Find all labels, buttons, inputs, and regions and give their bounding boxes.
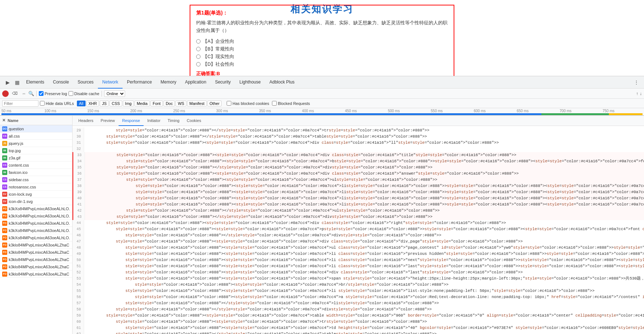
line-content: style=style="color:#c41a16">"color:#888"…: [84, 313, 644, 319]
file-list-item[interactable]: FOk3kXo84MPvpLmixcA63oeALhLO.: [0, 220, 72, 227]
tab-elements[interactable]: Elements: [22, 76, 49, 89]
line-content: style=style="color:#c41a16">"color:#888"…: [84, 232, 441, 239]
filter-icon[interactable]: ⎓: [21, 90, 27, 97]
search-icon[interactable]: 🔍: [28, 91, 34, 96]
file-name: k3klo84MPvpLmixcA63oeALZhaC: [9, 272, 69, 276]
filter-type-doc[interactable]: Doc: [164, 101, 175, 106]
sub-tab-cookies[interactable]: Cookies: [183, 116, 205, 126]
file-type-icon: CS: [2, 163, 7, 168]
sub-tab-initiator[interactable]: Initiator: [144, 116, 164, 126]
blocked-requests-label[interactable]: Blocked Requests: [272, 101, 310, 106]
file-list-item[interactable]: FOk3kXo84MPvpLmixcA63oeALhLO.: [0, 212, 72, 220]
sub-tab-headers[interactable]: Headers: [75, 116, 97, 126]
tab-lighthouse[interactable]: Lighthouse: [235, 76, 265, 89]
tab-adblock-plus[interactable]: Adblock Plus: [265, 76, 299, 89]
filter-type-font[interactable]: Font: [150, 101, 163, 106]
file-list-item[interactable]: CScontent.css: [0, 162, 72, 169]
code-line: 51 style=style="color:#c41a16">"color:#8…: [73, 263, 644, 269]
filter-type-ws[interactable]: WS: [176, 101, 186, 106]
line-number: 56: [73, 294, 84, 300]
tab-security[interactable]: Security: [211, 76, 235, 89]
file-list-item[interactable]: FOk3klo84MPvpLmixcA63oeALZhaC: [0, 263, 72, 270]
preserve-log-checkbox[interactable]: [39, 91, 44, 96]
timeline-label: 100 ms: [44, 109, 87, 113]
hide-data-urls-checkbox[interactable]: [40, 101, 45, 106]
code-line: 59 style=style="color:#c41a16">"color:#8…: [73, 313, 644, 319]
more-tools-icon[interactable]: ⋮: [632, 78, 641, 87]
tab-application[interactable]: Application: [181, 76, 211, 89]
file-list-item[interactable]: SVicon-dir-1.svg: [0, 198, 72, 205]
file-list-item[interactable]: IMz3a.gif: [0, 154, 72, 162]
file-list-item[interactable]: IMtop.jpg: [0, 147, 72, 154]
preserve-log-checkbox-label[interactable]: Preserve log: [39, 91, 67, 96]
code-line: 43 style=style="color:#c41a16">"color:#8…: [73, 214, 644, 220]
file-list-item[interactable]: CSsidebar.css: [0, 176, 72, 183]
file-list-item[interactable]: FOk3klo84MPvpLmixcA63oeALZhaC: [0, 256, 72, 263]
filter-type-manifest[interactable]: Manifest: [187, 101, 207, 106]
close-file-list-button[interactable]: ✕: [2, 118, 5, 123]
code-line: 40 style=style="color:#c41a16">"color:#8…: [73, 195, 644, 201]
has-blocked-cookies-label[interactable]: Has blocked cookies: [227, 101, 269, 106]
hide-data-urls-label[interactable]: Hide data URLs: [40, 101, 74, 106]
blocked-requests-checkbox[interactable]: [272, 101, 277, 106]
sub-tab-preview[interactable]: Preview: [97, 116, 119, 126]
has-blocked-cookies-checkbox[interactable]: [227, 101, 231, 106]
code-view[interactable]: 29 style=style="color:#c41a16">"color:#8…: [73, 126, 644, 334]
disable-cache-checkbox[interactable]: [69, 91, 73, 96]
line-number: 60: [73, 319, 84, 325]
filter-type-css[interactable]: CSS: [110, 101, 122, 106]
file-list-item[interactable]: FOk3klo84MPvpLmixcA63oeALZhaC: [0, 249, 72, 256]
inspect-element-icon[interactable]: ▶: [3, 78, 12, 87]
line-number: 52: [73, 269, 84, 276]
clear-button[interactable]: ⌫: [10, 89, 20, 98]
file-list-item[interactable]: FOk3kXo84MPvpLmixcA63oeALhLO.: [0, 205, 72, 212]
file-list-item[interactable]: FOk3klo84MPvpLmixcA63oeALZhaC: [0, 270, 72, 278]
timeline-label: 250 ms: [173, 109, 216, 113]
answer-text: 正确答案:B: [196, 70, 448, 76]
file-list-item[interactable]: JSjquery.js: [0, 140, 72, 147]
line-content: style=style="color:#c41a16">"color:#888"…: [84, 306, 432, 313]
devtools-tabs-row: ▶ ▦ ElementsConsoleSourcesNetworkPerform…: [0, 76, 644, 89]
filter-type-other[interactable]: Other: [207, 101, 222, 106]
filter-type-js[interactable]: JS: [100, 101, 109, 106]
filter-type-media[interactable]: Media: [135, 101, 150, 106]
import-icon[interactable]: ↑: [636, 91, 638, 96]
file-type-icon: CS: [2, 134, 7, 139]
file-list-item[interactable]: CSnotosanssc.css: [0, 183, 72, 191]
line-content: style=style="color:#c41a16">"color:#888"…: [84, 325, 644, 331]
file-name: k3klo84MPvpLmixcA63oeALZhaC: [9, 243, 69, 247]
file-list-item[interactable]: FOk3kXo84MPvpLmixcA63oeALhLO.: [0, 227, 72, 234]
export-icon[interactable]: ↓: [640, 91, 642, 96]
file-list-item[interactable]: SVicon-lock.svg: [0, 191, 72, 198]
filter-input[interactable]: [2, 100, 38, 107]
filter-type-all[interactable]: All: [77, 101, 86, 106]
record-button[interactable]: [2, 90, 9, 97]
line-content: style=style="color:#c41a16">"color:#888"…: [84, 226, 644, 232]
filter-type-img[interactable]: Img: [123, 101, 134, 106]
filter-type-xhr[interactable]: XHR: [86, 101, 99, 106]
throttle-select[interactable]: Online: [104, 90, 125, 97]
disable-cache-checkbox-label[interactable]: Disable cache: [69, 91, 99, 96]
file-name: icon-lock.svg: [9, 192, 32, 196]
tab-network[interactable]: Network: [98, 76, 123, 89]
file-list-item[interactable]: FOk3klo84MPvpLmixcA63oeALZhaC: [0, 241, 72, 249]
device-toolbar-icon[interactable]: ▦: [12, 78, 22, 87]
file-type-icon: FO: [2, 264, 7, 269]
file-list-item[interactable]: DOquestion: [0, 125, 72, 133]
tab-memory[interactable]: Memory: [156, 76, 181, 89]
tab-sources[interactable]: Sources: [73, 76, 98, 89]
tab-performance[interactable]: Performance: [123, 76, 156, 89]
question-title: 第1题(单选)：: [196, 10, 448, 16]
option-d: 【D】社会性向: [196, 61, 448, 68]
file-list-item[interactable]: CSall.css: [0, 133, 72, 140]
line-number: 43: [73, 214, 85, 220]
main-panel: ✕ Name DOquestionCSall.cssJSjquery.jsIMt…: [0, 116, 644, 334]
file-list-item[interactable]: IMfavicon.ico: [0, 169, 72, 176]
file-list-item[interactable]: FOk3kXo84MPvpLmixcA63oeALhLO.: [0, 234, 72, 241]
sub-tab-timing[interactable]: Timing: [164, 116, 183, 126]
line-number: 35: [73, 164, 85, 171]
tab-console[interactable]: Console: [49, 76, 73, 89]
line-number: 62: [73, 331, 84, 334]
timeline-label: 400 ms: [302, 109, 345, 113]
sub-tab-response[interactable]: Response: [119, 116, 144, 126]
